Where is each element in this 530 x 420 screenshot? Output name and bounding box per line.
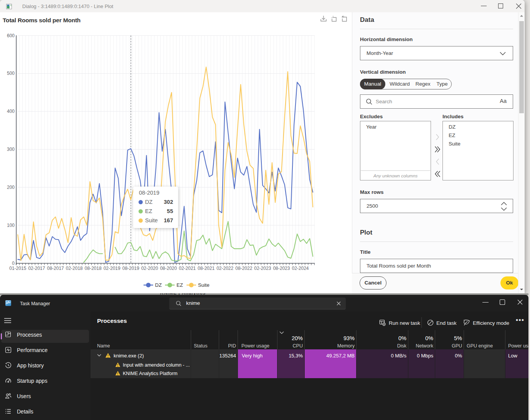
svg-text:08-2022: 08-2022 <box>235 266 252 271</box>
svg-text:08-2023: 08-2023 <box>273 266 290 271</box>
svg-text:02-2018: 02-2018 <box>66 266 83 271</box>
svg-text:0: 0 <box>12 261 15 266</box>
svg-text:200: 200 <box>7 185 15 190</box>
svg-text:02-2024: 02-2024 <box>292 266 309 271</box>
svg-text:Suite: Suite <box>198 282 210 288</box>
svg-text:08-2019: 08-2019 <box>122 266 139 271</box>
svg-text:500: 500 <box>7 71 15 76</box>
svg-text:400: 400 <box>7 109 15 114</box>
svg-text:100: 100 <box>7 223 15 228</box>
svg-text:02-2020: 02-2020 <box>141 266 158 271</box>
svg-text:300: 300 <box>7 147 15 152</box>
svg-text:600: 600 <box>7 33 15 38</box>
svg-text:02-2019: 02-2019 <box>104 266 121 271</box>
svg-text:EZ: EZ <box>177 282 183 288</box>
svg-text:02-2021: 02-2021 <box>179 266 196 271</box>
svg-text:02-2017: 02-2017 <box>28 266 45 271</box>
svg-text:08-2018: 08-2018 <box>85 266 102 271</box>
svg-text:01-2015: 01-2015 <box>9 266 26 271</box>
svg-text:08-2021: 08-2021 <box>198 266 215 271</box>
svg-text:08-2020: 08-2020 <box>160 266 177 271</box>
svg-text:08-2017: 08-2017 <box>47 266 64 271</box>
svg-text:DZ: DZ <box>155 282 162 288</box>
svg-text:02-2022: 02-2022 <box>216 266 233 271</box>
svg-text:02-2023: 02-2023 <box>254 266 271 271</box>
